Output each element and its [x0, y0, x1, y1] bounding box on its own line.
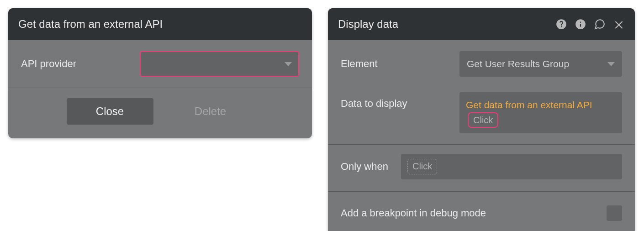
header-icons	[555, 18, 625, 30]
expression-click-pill[interactable]: Click	[468, 112, 498, 128]
display-data-panel-title: Display data	[338, 18, 398, 31]
comment-icon[interactable]	[594, 18, 606, 30]
only-when-label: Only when	[341, 161, 388, 173]
display-data-panel-body: Element Get User Results Group Data to d…	[328, 40, 635, 231]
info-icon[interactable]	[575, 18, 586, 30]
api-provider-label: API provider	[21, 58, 140, 70]
debug-row: Add a breakpoint in debug mode	[328, 191, 635, 231]
display-data-panel: Display data Element Get User Results Gr…	[328, 8, 635, 231]
element-dropdown[interactable]: Get User Results Group	[459, 51, 622, 77]
get-data-panel: Get data from an external API API provid…	[8, 8, 312, 138]
data-to-display-expression[interactable]: Get data from an external API Click	[459, 92, 622, 133]
expression-text: Get data from an external API	[466, 98, 595, 112]
element-row: Element Get User Results Group	[328, 40, 635, 88]
chevron-down-icon	[607, 62, 615, 66]
api-provider-row: API provider	[8, 40, 312, 88]
debug-checkbox[interactable]	[607, 205, 622, 221]
element-value: Get User Results Group	[467, 58, 569, 69]
only-when-expression[interactable]: Click	[401, 154, 622, 179]
only-when-click-pill[interactable]: Click	[407, 159, 437, 174]
data-to-display-row: Data to display Get data from an externa…	[328, 88, 635, 144]
help-icon[interactable]	[555, 18, 567, 30]
only-when-row: Only when Click	[328, 144, 635, 191]
element-label: Element	[341, 58, 459, 70]
delete-button[interactable]: Delete	[167, 98, 254, 125]
close-icon[interactable]	[613, 18, 625, 30]
chevron-down-icon	[285, 62, 292, 66]
data-to-display-label: Data to display	[341, 92, 459, 110]
get-data-button-row: Close Delete	[8, 88, 312, 138]
get-data-panel-header: Get data from an external API	[8, 8, 312, 40]
debug-label: Add a breakpoint in debug mode	[341, 207, 486, 219]
get-data-panel-body: API provider Close Delete	[8, 40, 312, 138]
display-data-panel-header: Display data	[328, 8, 635, 40]
close-button[interactable]: Close	[67, 98, 153, 125]
get-data-panel-title: Get data from an external API	[18, 18, 163, 31]
api-provider-dropdown[interactable]	[140, 51, 299, 77]
